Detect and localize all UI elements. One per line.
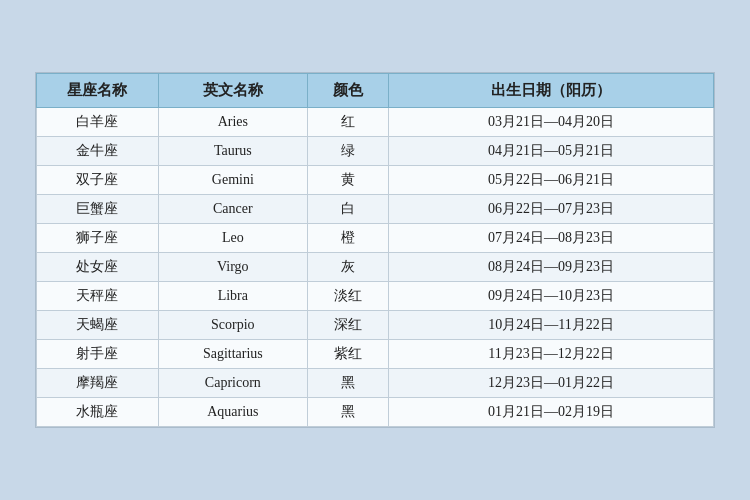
cell-zh: 狮子座 <box>37 224 159 253</box>
cell-date: 11月23日—12月22日 <box>389 340 714 369</box>
header-zh: 星座名称 <box>37 74 159 108</box>
table-row: 水瓶座Aquarius黑01月21日—02月19日 <box>37 398 714 427</box>
cell-zh: 摩羯座 <box>37 369 159 398</box>
table-row: 白羊座Aries红03月21日—04月20日 <box>37 108 714 137</box>
cell-color: 红 <box>307 108 388 137</box>
cell-zh: 天蝎座 <box>37 311 159 340</box>
cell-zh: 金牛座 <box>37 137 159 166</box>
cell-date: 05月22日—06月21日 <box>389 166 714 195</box>
zodiac-table-container: 星座名称 英文名称 颜色 出生日期（阳历） 白羊座Aries红03月21日—04… <box>35 72 715 428</box>
cell-color: 灰 <box>307 253 388 282</box>
cell-date: 09月24日—10月23日 <box>389 282 714 311</box>
cell-date: 12月23日—01月22日 <box>389 369 714 398</box>
cell-color: 深红 <box>307 311 388 340</box>
table-row: 金牛座Taurus绿04月21日—05月21日 <box>37 137 714 166</box>
header-en: 英文名称 <box>158 74 307 108</box>
cell-zh: 双子座 <box>37 166 159 195</box>
table-row: 射手座Sagittarius紫红11月23日—12月22日 <box>37 340 714 369</box>
cell-en: Aries <box>158 108 307 137</box>
table-row: 摩羯座Capricorn黑12月23日—01月22日 <box>37 369 714 398</box>
cell-color: 紫红 <box>307 340 388 369</box>
cell-en: Aquarius <box>158 398 307 427</box>
cell-date: 03月21日—04月20日 <box>389 108 714 137</box>
cell-zh: 巨蟹座 <box>37 195 159 224</box>
cell-date: 07月24日—08月23日 <box>389 224 714 253</box>
cell-date: 06月22日—07月23日 <box>389 195 714 224</box>
table-row: 处女座Virgo灰08月24日—09月23日 <box>37 253 714 282</box>
cell-date: 10月24日—11月22日 <box>389 311 714 340</box>
table-row: 天秤座Libra淡红09月24日—10月23日 <box>37 282 714 311</box>
header-color: 颜色 <box>307 74 388 108</box>
cell-color: 绿 <box>307 137 388 166</box>
cell-color: 黄 <box>307 166 388 195</box>
cell-en: Sagittarius <box>158 340 307 369</box>
cell-zh: 射手座 <box>37 340 159 369</box>
cell-zh: 处女座 <box>37 253 159 282</box>
cell-zh: 水瓶座 <box>37 398 159 427</box>
cell-en: Taurus <box>158 137 307 166</box>
cell-color: 黑 <box>307 369 388 398</box>
header-date: 出生日期（阳历） <box>389 74 714 108</box>
zodiac-table: 星座名称 英文名称 颜色 出生日期（阳历） 白羊座Aries红03月21日—04… <box>36 73 714 427</box>
cell-color: 橙 <box>307 224 388 253</box>
cell-zh: 天秤座 <box>37 282 159 311</box>
cell-date: 04月21日—05月21日 <box>389 137 714 166</box>
cell-en: Gemini <box>158 166 307 195</box>
cell-color: 黑 <box>307 398 388 427</box>
cell-en: Capricorn <box>158 369 307 398</box>
table-row: 巨蟹座Cancer白06月22日—07月23日 <box>37 195 714 224</box>
table-header-row: 星座名称 英文名称 颜色 出生日期（阳历） <box>37 74 714 108</box>
cell-date: 01月21日—02月19日 <box>389 398 714 427</box>
cell-en: Scorpio <box>158 311 307 340</box>
cell-en: Libra <box>158 282 307 311</box>
cell-color: 淡红 <box>307 282 388 311</box>
cell-zh: 白羊座 <box>37 108 159 137</box>
cell-en: Cancer <box>158 195 307 224</box>
cell-en: Leo <box>158 224 307 253</box>
table-row: 天蝎座Scorpio深红10月24日—11月22日 <box>37 311 714 340</box>
cell-en: Virgo <box>158 253 307 282</box>
table-row: 狮子座Leo橙07月24日—08月23日 <box>37 224 714 253</box>
cell-date: 08月24日—09月23日 <box>389 253 714 282</box>
cell-color: 白 <box>307 195 388 224</box>
table-row: 双子座Gemini黄05月22日—06月21日 <box>37 166 714 195</box>
